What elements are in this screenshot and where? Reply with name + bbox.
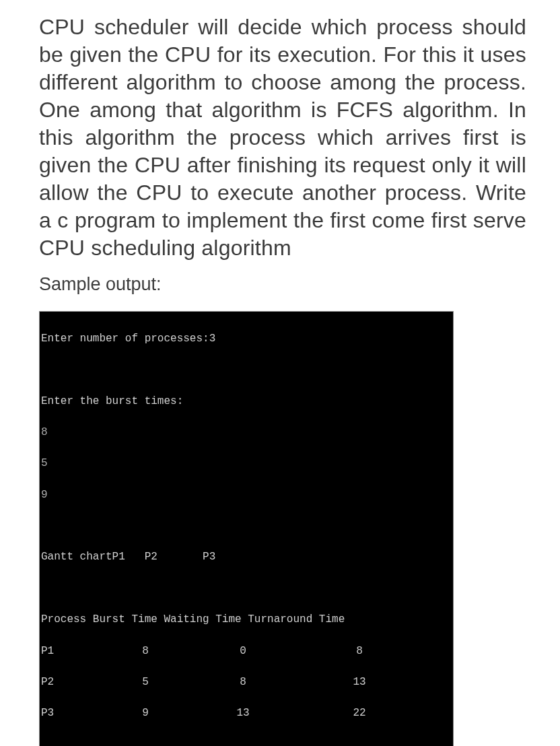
- terminal-table-header: Process Burst Time Waiting Time Turnarou…: [40, 612, 453, 628]
- row-wait: 8: [189, 675, 297, 690]
- terminal-table-row: P391322: [40, 706, 453, 721]
- terminal-blank-line: [40, 518, 453, 534]
- row-process: P3: [41, 706, 102, 721]
- terminal-output: Enter number of processes:3 Enter the bu…: [39, 311, 454, 746]
- row-wait: 13: [189, 706, 297, 721]
- terminal-table-row: P1808: [40, 644, 453, 659]
- row-process: P1: [41, 644, 102, 659]
- row-turn: 22: [297, 706, 449, 721]
- terminal-table-row: P25813: [40, 675, 453, 690]
- document-page: CPU scheduler will decide which process …: [0, 0, 560, 746]
- terminal-line-enter-processes: Enter number of processes:3: [40, 331, 453, 347]
- terminal-blank-line: [40, 362, 453, 378]
- terminal-blank-line: [40, 581, 453, 597]
- question-text: CPU scheduler will decide which process …: [39, 13, 526, 262]
- terminal-blank-line: [40, 737, 453, 746]
- terminal-line-enter-burst: Enter the burst times:: [40, 394, 453, 409]
- row-turn: 13: [297, 675, 449, 690]
- row-wait: 0: [189, 644, 297, 659]
- row-turn: 8: [297, 644, 449, 659]
- terminal-burst-input-2: 9: [40, 487, 453, 503]
- terminal-burst-input-1: 5: [40, 456, 453, 471]
- row-process: P2: [41, 675, 102, 690]
- sample-output-label: Sample output:: [39, 274, 526, 295]
- terminal-container: Enter number of processes:3 Enter the bu…: [39, 311, 526, 746]
- row-burst: 8: [102, 644, 189, 659]
- row-burst: 5: [102, 675, 189, 690]
- row-burst: 9: [102, 706, 189, 721]
- terminal-burst-input-0: 8: [40, 425, 453, 440]
- terminal-gantt-line: Gantt chartP1 P2 P3: [40, 549, 453, 565]
